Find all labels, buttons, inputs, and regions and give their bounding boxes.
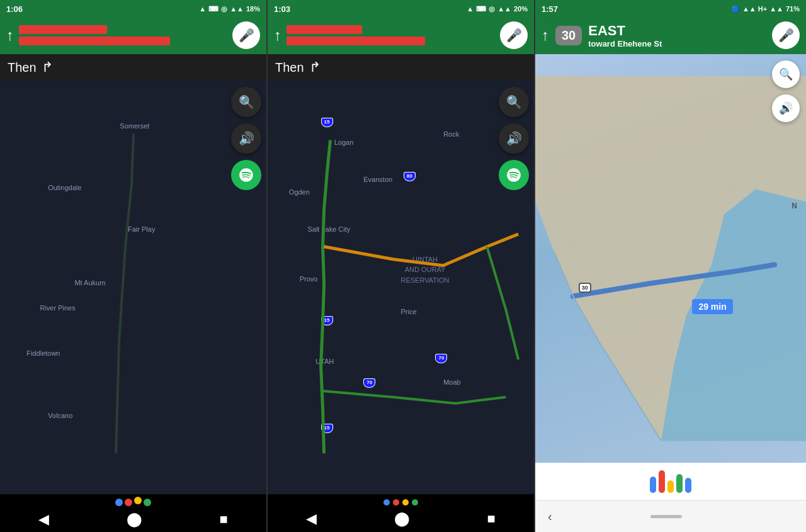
bar-blue-1 [650, 477, 656, 493]
mic-button-3[interactable]: 🎤 [772, 21, 800, 49]
map-svg-3 [535, 54, 806, 463]
then-label-2: Then [275, 60, 304, 75]
dot-y [402, 499, 409, 506]
bar-yellow [667, 480, 674, 493]
home-button-2[interactable]: ⬤ [394, 511, 410, 527]
back-button-1[interactable]: ◀ [38, 511, 49, 528]
back-chevron-3[interactable]: ‹ [548, 509, 552, 524]
light-map-3: 30 29 min 🔍 🔊 N [535, 54, 806, 463]
panel-3: 1:57 🔵 ▲▲ H+ ▲▲ 71% ↑ 30 EAST toward Ehe… [535, 0, 806, 532]
mic-icon-2: 🎤 [506, 28, 522, 43]
dot-yellow [134, 497, 142, 504]
time-1: 1:06 [6, 4, 23, 14]
sound-button-3[interactable]: 🔊 [772, 94, 800, 122]
dark-map-1: Somerset Outingdale Fair Play Mt Aukum R… [0, 81, 266, 494]
spotify-button-1[interactable] [231, 160, 261, 190]
map-area-3: 30 29 min 🔍 🔊 N [535, 54, 806, 463]
map-buttons-1: 🔍 🔊 [231, 87, 261, 190]
sound-button-2[interactable]: 🔊 [499, 123, 529, 154]
nav-header-1: ↑ 🎤 [0, 18, 266, 54]
time-2: 1:03 [274, 4, 290, 14]
dark-map-2: 15 80 15 70 70 15 Logan Rock Ogden Evans… [268, 81, 534, 494]
spotify-icon-2 [506, 167, 522, 183]
dot-b [383, 499, 390, 506]
home-button-1[interactable]: ⬤ [127, 511, 142, 528]
dot-r [393, 499, 399, 506]
map-area-1: Somerset Outingdale Fair Play Mt Aukum R… [0, 81, 266, 494]
up-arrow-2: ↑ [274, 26, 281, 44]
panel-1: 1:06 ▲ ⌨ ◎ ▲▲ 18% ↑ 🎤 Then ↱ Somerset Ou… [0, 0, 268, 532]
bar-green [676, 474, 683, 493]
route-svg-1 [0, 81, 266, 494]
dot-green [144, 499, 151, 506]
status-icons-3: 🔵 ▲▲ H+ ▲▲ 71% [731, 5, 800, 13]
panel-2: 1:03 ▲ ⌨ ◎ ▲▲ 20% ↑ 🎤 Then ↱ 15 [268, 0, 535, 532]
north-indicator: N [792, 201, 797, 210]
mic-button-2[interactable]: 🎤 [500, 21, 528, 49]
mic-icon-1: 🎤 [239, 28, 254, 43]
status-bar-2: 1:03 ▲ ⌨ ◎ ▲▲ 20% [268, 0, 534, 18]
spotify-button-2[interactable] [499, 160, 529, 190]
spotify-icon-1 [238, 167, 254, 183]
redacted-bar-bottom-1 [19, 37, 170, 45]
route-shield-30: 30 [579, 283, 591, 293]
redacted-bar-top-2 [287, 25, 362, 34]
nav-text-1 [19, 25, 227, 45]
up-arrow-1: ↑ [6, 26, 14, 44]
dot-red [125, 499, 132, 506]
then-label-1: Then [8, 60, 37, 75]
redacted-bar-bottom-2 [287, 37, 425, 45]
then-row-2: Then ↱ [268, 54, 534, 81]
back-button-2[interactable]: ◀ [306, 511, 317, 527]
bottom-nav-1: ◀ ⬤ ■ [0, 494, 266, 532]
p3-bottom: ‹ [535, 463, 806, 532]
time-badge: 29 min [692, 299, 732, 314]
status-icons-1: ▲ ⌨ ◎ ▲▲ 18% [199, 5, 260, 13]
up-arrow-3: ↑ [542, 26, 549, 44]
status-icons-2: ▲ ⌨ ◎ ▲▲ 20% [467, 5, 528, 13]
route-svg-2 [268, 81, 534, 494]
p3-nav-bar: ‹ [535, 501, 806, 532]
nav-text-2 [287, 25, 495, 45]
bottom-nav-2: ◀ ⬤ ■ [268, 494, 534, 532]
recents-button-1[interactable]: ■ [219, 511, 227, 528]
bar-blue-2 [685, 478, 691, 493]
time-3: 1:57 [542, 4, 558, 14]
nav-direction: EAST toward Ehehene St [588, 23, 662, 48]
direction-sub: toward Ehehene St [588, 39, 662, 48]
sound-button-1[interactable]: 🔊 [231, 123, 261, 154]
turn-arrow-1: ↱ [42, 59, 53, 76]
then-row-1: Then ↱ [0, 54, 266, 81]
nav-header-3: ↑ 30 EAST toward Ehehene St 🎤 [535, 18, 806, 54]
search-button-2[interactable]: 🔍 [499, 87, 529, 117]
nav-header-2: ↑ 🎤 [268, 18, 534, 54]
home-pill-3[interactable] [650, 515, 682, 518]
map-buttons-2: 🔍 🔊 [499, 87, 529, 190]
turn-arrow-2: ↱ [309, 59, 321, 76]
google-assistant-dots-2 [383, 499, 418, 506]
google-assistant-dots-1 [115, 499, 151, 506]
direction-main: EAST [588, 23, 662, 39]
mic-button-1[interactable]: 🎤 [232, 21, 260, 49]
status-bar-1: 1:06 ▲ ⌨ ◎ ▲▲ 18% [0, 0, 266, 18]
bar-red [659, 470, 665, 493]
dot-blue [115, 499, 123, 506]
status-bar-3: 1:57 🔵 ▲▲ H+ ▲▲ 71% [535, 0, 806, 18]
google-assistant-bar-3 [535, 463, 806, 501]
redacted-bar-top-1 [19, 25, 107, 34]
search-button-1[interactable]: 🔍 [231, 87, 261, 117]
mic-icon-3: 🎤 [778, 28, 794, 43]
map-buttons-3: 🔍 🔊 [772, 60, 800, 122]
map-area-2: 15 80 15 70 70 15 Logan Rock Ogden Evans… [268, 81, 534, 494]
recents-button-2[interactable]: ■ [487, 511, 495, 527]
route-number-badge: 30 [555, 26, 582, 45]
dot-g [412, 499, 418, 506]
search-button-3[interactable]: 🔍 [772, 60, 800, 88]
